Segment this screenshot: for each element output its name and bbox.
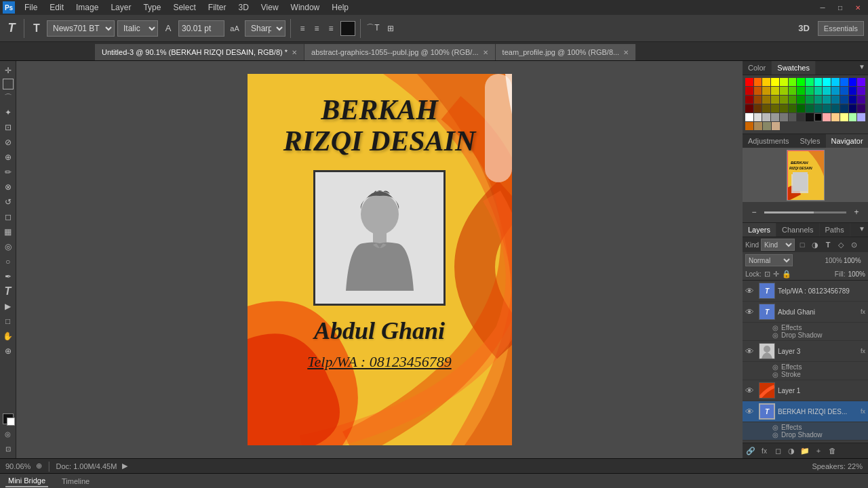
swatch[interactable] <box>806 96 814 104</box>
new-group-icon[interactable]: 📁 <box>800 445 810 456</box>
adjustment-filter-icon[interactable]: ◑ <box>810 239 821 250</box>
swatch[interactable] <box>857 113 865 121</box>
layer-item[interactable]: 👁 T Abdul Ghani fx <box>743 302 868 323</box>
swatch[interactable] <box>780 96 788 104</box>
swatch[interactable] <box>754 96 762 104</box>
menu-help[interactable]: Help <box>326 1 354 14</box>
swatch[interactable] <box>771 87 779 95</box>
tab-close-icon[interactable]: ✕ <box>292 49 297 56</box>
layer-visibility-icon[interactable]: 👁 <box>745 386 756 396</box>
crop-tool-icon[interactable]: ⊡ <box>1 121 15 134</box>
swatch[interactable] <box>771 104 779 113</box>
navigator-tab[interactable]: Navigator <box>826 134 869 148</box>
opacity-value[interactable]: 100% <box>844 257 865 264</box>
swatch[interactable] <box>797 96 805 104</box>
swatch[interactable] <box>849 78 857 86</box>
styles-tab[interactable]: Styles <box>795 134 826 148</box>
swatch[interactable] <box>831 104 840 113</box>
tab-close-icon[interactable]: ✕ <box>623 49 629 56</box>
swatch[interactable] <box>823 78 831 86</box>
align-right-icon[interactable]: ≡ <box>324 22 338 35</box>
swatch[interactable] <box>763 122 771 130</box>
swatch[interactable] <box>780 113 788 121</box>
layer-fx-icon[interactable]: fx <box>861 308 865 315</box>
brush-tool-icon[interactable]: ✏ <box>1 165 15 179</box>
swatch[interactable] <box>780 104 788 113</box>
swatch[interactable] <box>745 78 753 86</box>
screen-mode-icon[interactable]: ⊡ <box>1 442 15 455</box>
swatch[interactable] <box>789 113 797 121</box>
swatch[interactable] <box>772 122 780 130</box>
swatch[interactable] <box>754 104 762 113</box>
lock-pixels-icon[interactable]: ⊡ <box>764 270 770 279</box>
timeline-tab[interactable]: Timeline <box>59 476 92 487</box>
menu-3d[interactable]: 3D <box>233 1 254 14</box>
zoom-out-icon[interactable]: − <box>747 205 762 220</box>
swatch[interactable] <box>762 96 770 104</box>
swatch[interactable] <box>823 104 831 113</box>
eraser-tool-icon[interactable]: ◻ <box>1 210 15 224</box>
zoom-slider[interactable] <box>764 211 846 214</box>
swatch[interactable] <box>745 87 753 95</box>
swatch[interactable] <box>806 78 814 86</box>
layer-item[interactable]: 👁 T BERKAH RIZQI DES... fx <box>743 401 868 422</box>
swatch[interactable] <box>806 113 814 121</box>
type-tool-icon[interactable]: T <box>1 285 15 298</box>
swatch[interactable] <box>831 96 840 104</box>
link-layers-icon[interactable]: 🔗 <box>745 445 756 456</box>
layer-visibility-icon[interactable]: 👁 <box>745 286 756 296</box>
font-size-input[interactable] <box>178 20 224 37</box>
swatch[interactable] <box>831 87 840 95</box>
swatch[interactable] <box>849 113 857 121</box>
blur-tool-icon[interactable]: ◎ <box>1 240 15 253</box>
shape-tool-icon[interactable]: □ <box>1 314 15 328</box>
layers-collapse-icon[interactable]: ▼ <box>856 223 868 237</box>
new-fill-icon[interactable]: ◑ <box>786 445 797 456</box>
gradient-tool-icon[interactable]: ▦ <box>1 225 15 239</box>
background-color[interactable] <box>7 418 15 426</box>
add-mask-icon[interactable]: ◻ <box>772 445 783 456</box>
eyedropper-icon[interactable]: ⊘ <box>1 136 15 149</box>
menu-window[interactable]: Window <box>285 1 326 14</box>
swatch[interactable] <box>771 113 779 121</box>
menu-filter[interactable]: Filter <box>203 1 232 14</box>
swatch[interactable] <box>814 96 823 104</box>
swatch[interactable] <box>814 104 823 113</box>
character-panel-icon[interactable]: ⊞ <box>383 21 398 36</box>
layer-fx-icon[interactable]: fx <box>861 348 865 354</box>
swatch[interactable] <box>771 96 779 104</box>
swatch[interactable] <box>745 104 753 113</box>
paths-tab[interactable]: Paths <box>820 223 850 237</box>
foreground-color[interactable] <box>3 413 14 424</box>
swatch[interactable] <box>840 113 848 121</box>
menu-type[interactable]: Type <box>138 1 166 14</box>
swatch[interactable] <box>771 78 779 86</box>
mini-bridge-tab[interactable]: Mini Bridge <box>5 475 48 487</box>
smart-filter-icon[interactable]: ⊙ <box>848 239 859 250</box>
text-color-swatch[interactable] <box>340 21 355 36</box>
menu-edit[interactable]: Edit <box>44 1 69 14</box>
tab-untitled3[interactable]: Untitled-3 @ 90.1% (BERKAH RIZQI DESAIN,… <box>95 44 304 60</box>
swatch[interactable] <box>831 78 840 86</box>
swatch[interactable] <box>745 96 753 104</box>
menu-image[interactable]: Image <box>71 1 104 14</box>
shape-filter-icon[interactable]: ◇ <box>835 239 846 250</box>
tab-close-icon[interactable]: ✕ <box>483 49 488 56</box>
swatch[interactable] <box>797 113 805 121</box>
layer-visibility-icon[interactable]: 👁 <box>745 407 756 417</box>
swatch[interactable] <box>754 113 762 121</box>
layers-tab[interactable]: Layers <box>743 223 776 237</box>
swatch[interactable] <box>840 104 848 113</box>
new-layer-icon[interactable]: + <box>813 445 824 456</box>
close-button[interactable]: ✕ <box>850 0 865 15</box>
menu-file[interactable]: File <box>19 1 43 14</box>
menu-view[interactable]: View <box>256 1 284 14</box>
maximize-button[interactable]: □ <box>833 0 848 15</box>
channels-tab[interactable]: Channels <box>776 223 819 237</box>
align-center-icon[interactable]: ≡ <box>310 22 323 35</box>
effect-icon[interactable]: ◎ <box>772 331 778 339</box>
3d-label[interactable]: 3D <box>793 23 815 33</box>
swatch[interactable] <box>762 113 770 121</box>
menu-select[interactable]: Select <box>167 1 201 14</box>
clone-stamp-icon[interactable]: ⊗ <box>1 180 15 194</box>
